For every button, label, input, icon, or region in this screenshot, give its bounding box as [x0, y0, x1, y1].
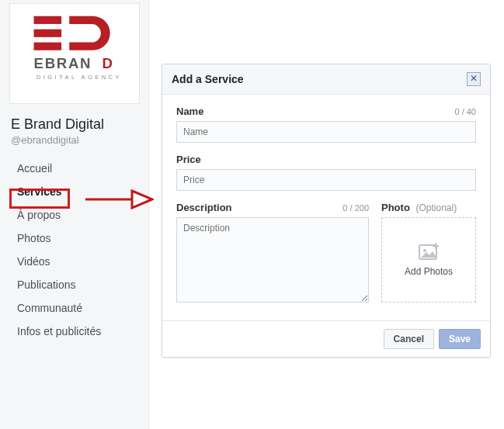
- sidebar-item-infos[interactable]: Infos et publicités: [0, 320, 148, 343]
- field-name: Name 0 / 40: [176, 106, 476, 143]
- save-button[interactable]: Save: [439, 329, 481, 349]
- name-counter: 0 / 40: [454, 107, 476, 116]
- svg-text:DIGITAL AGENCY: DIGITAL AGENCY: [36, 74, 122, 81]
- page-logo[interactable]: EBRAN D DIGITAL AGENCY: [9, 3, 140, 104]
- name-label: Name: [176, 106, 203, 117]
- page-title: E Brand Digital: [0, 113, 148, 133]
- dialog-title: Add a Service: [172, 73, 244, 85]
- price-input[interactable]: [176, 169, 476, 191]
- svg-point-3: [89, 30, 96, 36]
- sidebar-item-photos[interactable]: Photos: [0, 227, 148, 250]
- svg-rect-2: [34, 43, 62, 50]
- sidebar-item-communaute[interactable]: Communauté: [0, 296, 148, 320]
- field-price: Price: [176, 154, 476, 191]
- description-counter: 0 / 200: [342, 203, 369, 213]
- photo-icon: [419, 243, 439, 260]
- cancel-button[interactable]: Cancel: [384, 329, 434, 349]
- field-photo: Photo (Optional) Add Photos: [381, 202, 476, 305]
- sidebar-item-publications[interactable]: Publications: [0, 273, 148, 296]
- sidebar-item-accueil[interactable]: Accueil: [0, 157, 148, 180]
- close-icon: ✕: [470, 73, 478, 84]
- photo-label: Photo (Optional): [381, 202, 457, 213]
- description-photo-row: Description 0 / 200 Photo (Optional): [176, 202, 476, 316]
- page-handle: @ebranddigital: [0, 133, 148, 157]
- ebrand-logo-icon: EBRAN D DIGITAL AGENCY: [20, 11, 129, 96]
- description-label: Description: [176, 202, 232, 213]
- price-label: Price: [176, 154, 201, 165]
- svg-text:D: D: [103, 55, 113, 71]
- dialog-header: Add a Service ✕: [162, 64, 490, 95]
- svg-point-10: [423, 249, 426, 252]
- sidebar-item-videos[interactable]: Vidéos: [0, 250, 148, 273]
- add-service-dialog: Add a Service ✕ Name 0 / 40 Price Descri…: [162, 64, 491, 358]
- sidebar-item-services[interactable]: Services: [0, 180, 148, 203]
- dialog-footer: Cancel Save: [162, 320, 490, 357]
- svg-rect-0: [34, 16, 62, 24]
- close-button[interactable]: ✕: [467, 72, 481, 86]
- svg-text:EBRAN: EBRAN: [34, 55, 92, 71]
- add-photos-label: Add Photos: [405, 266, 453, 277]
- sidebar-item-apropos[interactable]: À propos: [0, 203, 148, 227]
- description-input[interactable]: [176, 217, 369, 303]
- field-description: Description 0 / 200: [176, 202, 369, 305]
- add-photos-dropzone[interactable]: Add Photos: [381, 217, 476, 303]
- sidebar: EBRAN D DIGITAL AGENCY E Brand Digital @…: [0, 0, 149, 429]
- dialog-body: Name 0 / 40 Price Description 0 / 200: [162, 95, 490, 320]
- sidebar-nav: Accueil Services À propos Photos Vidéos …: [0, 157, 148, 343]
- svg-rect-1: [34, 29, 62, 37]
- name-input[interactable]: [176, 121, 476, 143]
- photo-optional: (Optional): [415, 202, 457, 213]
